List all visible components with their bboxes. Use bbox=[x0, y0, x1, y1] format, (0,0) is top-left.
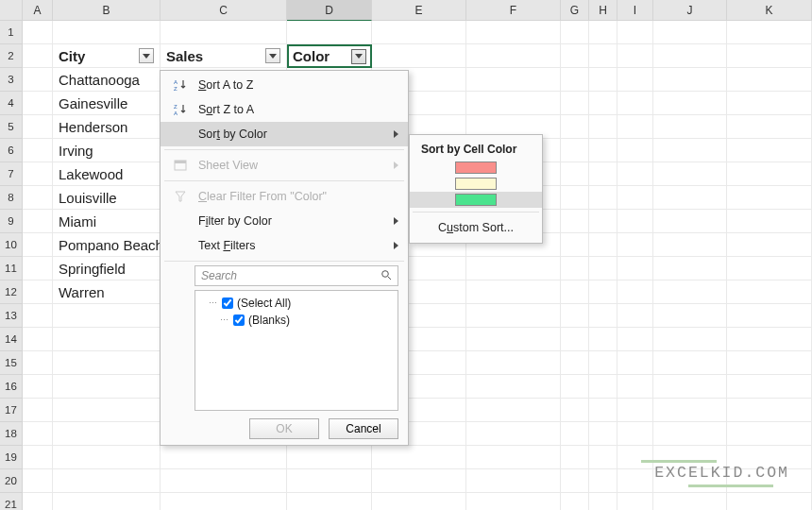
cell-H2[interactable] bbox=[589, 44, 617, 68]
cell-G4[interactable] bbox=[561, 92, 589, 115]
cell-A10[interactable] bbox=[23, 233, 53, 257]
cell-K17[interactable] bbox=[727, 399, 812, 422]
cell-I8[interactable] bbox=[617, 186, 653, 210]
cell-I2[interactable] bbox=[617, 44, 653, 68]
cell-B18[interactable] bbox=[53, 422, 161, 446]
cell-A21[interactable] bbox=[23, 493, 53, 510]
cell-H19[interactable] bbox=[589, 446, 617, 469]
cell-H8[interactable] bbox=[589, 186, 617, 210]
cell-B4[interactable]: Gainesville bbox=[53, 92, 161, 115]
cell-C21[interactable] bbox=[161, 493, 287, 510]
cell-F18[interactable] bbox=[466, 422, 561, 446]
cell-K12[interactable] bbox=[727, 280, 812, 304]
cell-J9[interactable] bbox=[653, 210, 727, 233]
cell-C19[interactable] bbox=[161, 446, 287, 469]
cell-A2[interactable] bbox=[23, 44, 53, 68]
cell-J3[interactable] bbox=[653, 68, 727, 92]
cell-A9[interactable] bbox=[23, 210, 53, 233]
row-header-10[interactable]: 10 bbox=[0, 233, 23, 257]
menu-sort-az[interactable]: AZ Sort A to Z bbox=[161, 73, 408, 97]
cell-E20[interactable] bbox=[372, 469, 466, 493]
row-header-1[interactable]: 1 bbox=[0, 21, 23, 44]
row-header-20[interactable]: 20 bbox=[0, 469, 23, 493]
color-option-1[interactable] bbox=[410, 176, 542, 192]
cell-B11[interactable]: Springfield bbox=[53, 257, 161, 280]
tree-blanks[interactable]: ⋯ (Blanks) bbox=[201, 312, 392, 329]
cell-I5[interactable] bbox=[617, 115, 653, 139]
cell-A3[interactable] bbox=[23, 68, 53, 92]
cell-I21[interactable] bbox=[617, 493, 653, 510]
row-header-12[interactable]: 12 bbox=[0, 280, 23, 304]
cell-I20[interactable] bbox=[617, 469, 653, 493]
row-header-5[interactable]: 5 bbox=[0, 115, 23, 139]
cell-K3[interactable] bbox=[727, 68, 812, 92]
cell-B13[interactable] bbox=[53, 304, 161, 328]
cell-K18[interactable] bbox=[727, 422, 812, 446]
cell-B1[interactable] bbox=[53, 21, 161, 44]
cell-H4[interactable] bbox=[589, 92, 617, 115]
cell-F14[interactable] bbox=[466, 328, 561, 351]
cell-A7[interactable] bbox=[23, 162, 53, 186]
cell-G14[interactable] bbox=[561, 328, 589, 351]
cell-B2[interactable]: City bbox=[53, 44, 161, 68]
column-header-C[interactable]: C bbox=[161, 0, 287, 21]
cell-B17[interactable] bbox=[53, 399, 161, 422]
row-header-18[interactable]: 18 bbox=[0, 422, 23, 446]
column-header-K[interactable]: K bbox=[727, 0, 812, 21]
column-header-J[interactable]: J bbox=[653, 0, 727, 21]
cell-B16[interactable] bbox=[53, 375, 161, 399]
column-header-H[interactable]: H bbox=[589, 0, 617, 21]
row-header-17[interactable]: 17 bbox=[0, 399, 23, 422]
color-option-2[interactable] bbox=[410, 192, 542, 208]
cell-G20[interactable] bbox=[561, 469, 589, 493]
cell-A6[interactable] bbox=[23, 139, 53, 162]
cell-E2[interactable] bbox=[372, 44, 466, 68]
column-header-A[interactable]: A bbox=[23, 0, 53, 21]
cell-J6[interactable] bbox=[653, 139, 727, 162]
cell-H6[interactable] bbox=[589, 139, 617, 162]
cell-H1[interactable] bbox=[589, 21, 617, 44]
row-header-4[interactable]: 4 bbox=[0, 92, 23, 115]
cell-B3[interactable]: Chattanooga bbox=[53, 68, 161, 92]
cell-A14[interactable] bbox=[23, 328, 53, 351]
cell-K6[interactable] bbox=[727, 139, 812, 162]
custom-sort-item[interactable]: Custom Sort... bbox=[410, 216, 542, 239]
filter-dropdown-button[interactable] bbox=[139, 48, 154, 63]
cell-C20[interactable] bbox=[161, 469, 287, 493]
cell-H3[interactable] bbox=[589, 68, 617, 92]
cell-I18[interactable] bbox=[617, 422, 653, 446]
cell-F17[interactable] bbox=[466, 399, 561, 422]
row-header-14[interactable]: 14 bbox=[0, 328, 23, 351]
cell-K7[interactable] bbox=[727, 162, 812, 186]
cell-I9[interactable] bbox=[617, 210, 653, 233]
cell-J11[interactable] bbox=[653, 257, 727, 280]
cell-A18[interactable] bbox=[23, 422, 53, 446]
cell-K10[interactable] bbox=[727, 233, 812, 257]
cell-G12[interactable] bbox=[561, 280, 589, 304]
cell-I12[interactable] bbox=[617, 280, 653, 304]
cell-B9[interactable]: Miami bbox=[53, 210, 161, 233]
cell-A20[interactable] bbox=[23, 469, 53, 493]
cell-F2[interactable] bbox=[466, 44, 561, 68]
cell-B15[interactable] bbox=[53, 351, 161, 375]
cancel-button[interactable]: Cancel bbox=[329, 418, 398, 439]
cell-H11[interactable] bbox=[589, 257, 617, 280]
cell-A11[interactable] bbox=[23, 257, 53, 280]
cell-F1[interactable] bbox=[466, 21, 561, 44]
cell-F20[interactable] bbox=[466, 469, 561, 493]
cell-J8[interactable] bbox=[653, 186, 727, 210]
cell-F21[interactable] bbox=[466, 493, 561, 510]
cell-D2[interactable]: Color bbox=[287, 44, 372, 68]
cell-G13[interactable] bbox=[561, 304, 589, 328]
cell-G3[interactable] bbox=[561, 68, 589, 92]
row-header-2[interactable]: 2 bbox=[0, 44, 23, 68]
cell-H5[interactable] bbox=[589, 115, 617, 139]
cell-B20[interactable] bbox=[53, 469, 161, 493]
cell-J13[interactable] bbox=[653, 304, 727, 328]
cell-D20[interactable] bbox=[287, 469, 372, 493]
cell-K14[interactable] bbox=[727, 328, 812, 351]
cell-G2[interactable] bbox=[561, 44, 589, 68]
cell-I19[interactable] bbox=[617, 446, 653, 469]
row-header-3[interactable]: 3 bbox=[0, 68, 23, 92]
cell-J14[interactable] bbox=[653, 328, 727, 351]
